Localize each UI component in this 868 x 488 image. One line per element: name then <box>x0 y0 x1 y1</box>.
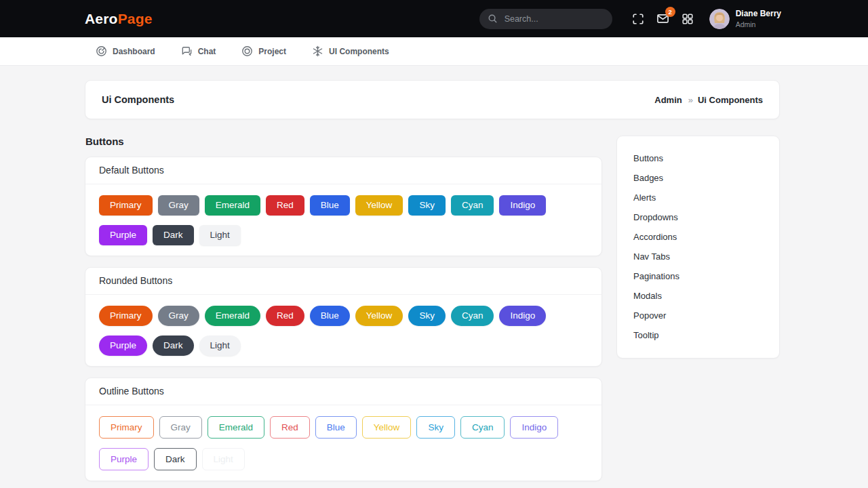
avatar <box>709 9 730 29</box>
button-dark-solid[interactable]: Dark <box>153 225 194 245</box>
user-name: Diane Berry <box>736 9 781 18</box>
button-primary-solid[interactable]: Primary <box>99 195 153 216</box>
sidebar-item-modals[interactable]: Modals <box>633 291 763 302</box>
button-sky-outline[interactable]: Sky <box>416 416 455 439</box>
card-header: Outline Buttons <box>85 378 601 405</box>
nav-label: Project <box>258 47 286 56</box>
sidebar-item-nav-tabs[interactable]: Nav Tabs <box>633 251 763 262</box>
button-yellow-outline[interactable]: Yellow <box>362 416 412 439</box>
card-title: Default Buttons <box>99 165 588 176</box>
logo-text-primary: Aero <box>85 11 118 26</box>
fullscreen-icon <box>632 13 644 25</box>
outline-buttons-group: PrimaryGrayEmeraldRedBlueYellowSkyCyanIn… <box>85 405 601 481</box>
page-header: Ui Components Admin » Ui Components <box>85 80 780 119</box>
fullscreen-button[interactable] <box>632 13 644 25</box>
sidebar-item-tooltip[interactable]: Tooltip <box>633 330 763 341</box>
sidebar-item-popover[interactable]: Popover <box>633 310 763 321</box>
button-light-solid[interactable]: Light <box>199 225 241 245</box>
button-red-rounded[interactable]: Red <box>266 306 304 326</box>
button-blue-solid[interactable]: Blue <box>310 195 350 216</box>
card-header: Rounded Buttons <box>85 268 601 295</box>
nav-label: UI Components <box>329 47 389 56</box>
button-purple-outline[interactable]: Purple <box>99 448 149 470</box>
main-nav: Dashboard Chat Project UI Components <box>0 37 868 66</box>
button-gray-rounded[interactable]: Gray <box>158 306 199 326</box>
button-emerald-solid[interactable]: Emerald <box>205 195 260 216</box>
button-sky-solid[interactable]: Sky <box>408 195 446 216</box>
breadcrumb: Admin » Ui Components <box>654 95 763 105</box>
sidebar-item-alerts[interactable]: Alerts <box>633 192 763 203</box>
nav-item-dashboard[interactable]: Dashboard <box>96 45 155 57</box>
button-yellow-solid[interactable]: Yellow <box>355 195 403 216</box>
sidebar-item-badges[interactable]: Badges <box>633 173 763 184</box>
search-icon <box>488 14 498 24</box>
sidebar-item-buttons[interactable]: Buttons <box>633 153 763 164</box>
rounded-buttons-group: PrimaryGrayEmeraldRedBlueYellowSkyCyanIn… <box>85 295 601 366</box>
breadcrumb-parent[interactable]: Admin <box>654 95 682 105</box>
button-gray-outline[interactable]: Gray <box>159 416 202 439</box>
topbar-actions: 2 <box>479 9 781 29</box>
user-menu[interactable]: Diane Berry Admin <box>709 9 781 29</box>
card-rounded-buttons: Rounded Buttons PrimaryGrayEmeraldRedBlu… <box>85 267 602 367</box>
button-purple-solid[interactable]: Purple <box>99 225 147 245</box>
user-role: Admin <box>736 20 781 28</box>
components-icon <box>312 45 323 57</box>
components-menu-list: ButtonsBadgesAlertsDropdownsAccordionsNa… <box>633 153 763 341</box>
button-primary-outline[interactable]: Primary <box>99 416 154 439</box>
notification-badge: 2 <box>665 7 675 17</box>
card-default-buttons: Default Buttons PrimaryGrayEmeraldRedBlu… <box>85 157 602 256</box>
messages-button[interactable]: 2 <box>656 12 669 25</box>
default-buttons-group: PrimaryGrayEmeraldRedBlueYellowSkyCyanIn… <box>85 184 601 256</box>
nav-label: Chat <box>198 47 216 56</box>
button-gray-solid[interactable]: Gray <box>158 195 199 216</box>
card-title: Outline Buttons <box>99 386 588 397</box>
button-cyan-outline[interactable]: Cyan <box>460 416 505 439</box>
button-emerald-outline[interactable]: Emerald <box>208 416 264 439</box>
nav-item-ui-components[interactable]: UI Components <box>312 45 389 57</box>
button-blue-outline[interactable]: Blue <box>315 416 357 439</box>
button-cyan-solid[interactable]: Cyan <box>451 195 494 216</box>
chat-icon <box>181 45 193 57</box>
button-indigo-outline[interactable]: Indigo <box>510 416 558 439</box>
content-grid: Buttons Default Buttons PrimaryGrayEmera… <box>85 136 780 488</box>
page-content: Ui Components Admin » Ui Components Butt… <box>85 80 780 488</box>
button-red-solid[interactable]: Red <box>266 195 304 216</box>
project-icon <box>241 45 253 57</box>
button-purple-rounded[interactable]: Purple <box>99 336 147 356</box>
breadcrumb-separator-icon: » <box>688 95 692 105</box>
sidebar-item-accordions[interactable]: Accordions <box>633 232 763 243</box>
button-yellow-rounded[interactable]: Yellow <box>355 306 403 326</box>
sidebar-item-dropdowns[interactable]: Dropdowns <box>633 212 763 223</box>
sidebar-item-paginations[interactable]: Paginations <box>633 271 763 282</box>
button-indigo-solid[interactable]: Indigo <box>499 195 546 216</box>
button-sky-rounded[interactable]: Sky <box>408 306 446 326</box>
apps-button[interactable] <box>682 13 694 25</box>
nav-item-project[interactable]: Project <box>241 45 286 57</box>
button-primary-rounded[interactable]: Primary <box>99 306 153 326</box>
side-column: ButtonsBadgesAlertsDropdownsAccordionsNa… <box>616 136 780 359</box>
card-header: Default Buttons <box>85 157 601 184</box>
breadcrumb-current: Ui Components <box>698 95 763 105</box>
button-indigo-rounded[interactable]: Indigo <box>499 306 546 326</box>
button-cyan-rounded[interactable]: Cyan <box>451 306 494 326</box>
logo-text-accent: Page <box>118 11 153 26</box>
button-red-outline[interactable]: Red <box>270 416 310 439</box>
nav-label: Dashboard <box>113 47 155 56</box>
card-outline-buttons: Outline Buttons PrimaryGrayEmeraldRedBlu… <box>85 378 602 481</box>
section-title: Buttons <box>85 136 602 148</box>
apps-grid-icon <box>682 13 694 25</box>
topbar: AeroPage <box>0 0 868 37</box>
button-emerald-rounded[interactable]: Emerald <box>205 306 260 326</box>
app-logo[interactable]: AeroPage <box>85 11 153 27</box>
button-blue-rounded[interactable]: Blue <box>310 306 350 326</box>
page-title: Ui Components <box>102 94 174 105</box>
card-title: Rounded Buttons <box>99 275 588 287</box>
nav-item-chat[interactable]: Chat <box>181 45 216 57</box>
search-box <box>479 9 612 29</box>
button-dark-rounded[interactable]: Dark <box>153 336 194 356</box>
button-light-outline[interactable]: Light <box>202 448 245 470</box>
button-dark-outline[interactable]: Dark <box>154 448 197 470</box>
search-input[interactable] <box>503 14 604 24</box>
button-light-rounded[interactable]: Light <box>199 336 241 356</box>
main-column: Buttons Default Buttons PrimaryGrayEmera… <box>85 136 602 488</box>
